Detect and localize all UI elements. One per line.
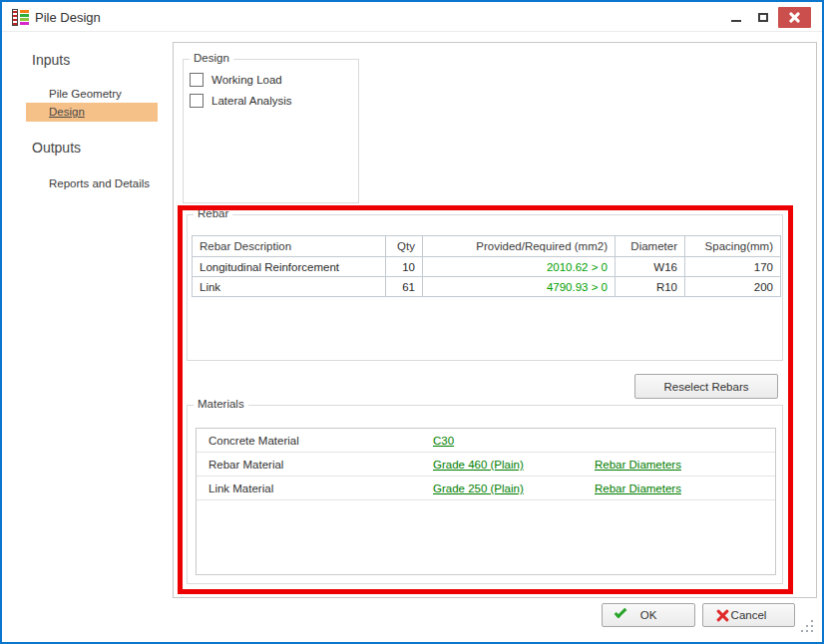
rebar-table[interactable]: Rebar Description Qty Provided/Required … xyxy=(192,235,781,297)
cell-provided: 2010.62 > 0 xyxy=(423,257,616,277)
cell-description: Longitudinal Reinforcement xyxy=(193,257,386,277)
resize-grip[interactable] xyxy=(798,617,816,635)
rebar-table-header-row: Rebar Description Qty Provided/Required … xyxy=(193,236,781,257)
icon-bar-lime xyxy=(20,18,29,21)
working-load-checkbox[interactable] xyxy=(190,73,204,87)
reselect-rebars-button[interactable]: Reselect Rebars xyxy=(634,374,778,399)
lateral-analysis-checkbox[interactable] xyxy=(190,94,204,108)
maximize-icon xyxy=(758,13,768,22)
concrete-material-link[interactable]: C30 xyxy=(433,435,454,447)
rebar-material-label: Rebar Material xyxy=(208,459,283,471)
col-provided-required: Provided/Required (mm2) xyxy=(423,236,616,257)
red-x-icon xyxy=(715,608,730,623)
maximize-button[interactable] xyxy=(751,7,775,27)
materials-list-panel: Concrete Material C30 Rebar Material Gra… xyxy=(196,428,776,575)
title-bar: Pile Design xyxy=(2,2,822,32)
ok-button[interactable]: OK xyxy=(602,603,695,627)
col-rebar-description: Rebar Description xyxy=(193,236,386,257)
col-qty: Qty xyxy=(386,236,423,257)
icon-bar-orange xyxy=(20,10,29,13)
close-button[interactable] xyxy=(778,7,811,28)
working-load-checkbox-row[interactable]: Working Load xyxy=(190,73,282,87)
cancel-button[interactable]: Cancel xyxy=(702,603,795,627)
link-material-link[interactable]: Grade 250 (Plain) xyxy=(433,483,524,494)
materials-groupbox: Materials Concrete Material C30 Rebar Ma… xyxy=(187,405,783,584)
cell-diameter: R10 xyxy=(616,277,685,297)
col-spacing: Spacing(mm) xyxy=(685,236,781,257)
pile-icon xyxy=(12,9,18,26)
list-item: Rebar Material Grade 460 (Plain) Rebar D… xyxy=(197,453,775,477)
sidebar-item-design[interactable]: Design xyxy=(26,103,158,122)
cell-description: Link xyxy=(193,277,386,297)
sidebar-heading-outputs: Outputs xyxy=(32,140,81,156)
rebar-diameters-link[interactable]: Rebar Diameters xyxy=(595,459,681,471)
materials-groupbox-label: Materials xyxy=(194,398,248,410)
rebar-groupbox: Rebar Rebar Description Qty Provided/Req… xyxy=(187,214,783,361)
sidebar-item-reports-and-details[interactable]: Reports and Details xyxy=(49,177,150,189)
pile-design-app-icon xyxy=(12,9,29,26)
icon-bar-magenta xyxy=(20,22,29,25)
design-groupbox: Design Working Load Lateral Analysis xyxy=(183,59,359,203)
cell-provided: 4790.93 > 0 xyxy=(423,277,616,297)
design-groupbox-label: Design xyxy=(190,52,233,64)
link-material-label: Link Material xyxy=(208,483,273,494)
working-load-label: Working Load xyxy=(211,74,282,86)
cell-qty: 61 xyxy=(386,277,423,297)
minimize-button[interactable] xyxy=(724,7,748,27)
link-rebar-diameters-link[interactable]: Rebar Diameters xyxy=(595,483,681,494)
cell-spacing: 170 xyxy=(685,257,781,277)
ok-button-label: OK xyxy=(640,609,657,621)
cancel-button-label: Cancel xyxy=(731,609,767,621)
lateral-analysis-label: Lateral Analysis xyxy=(211,95,292,107)
icon-bar-green xyxy=(20,14,29,17)
minimize-icon xyxy=(731,20,741,22)
col-diameter: Diameter xyxy=(616,236,685,257)
sidebar-heading-inputs: Inputs xyxy=(32,52,70,68)
list-item: Concrete Material C30 xyxy=(197,429,775,453)
concrete-material-label: Concrete Material xyxy=(208,435,299,447)
window-title: Pile Design xyxy=(35,10,101,25)
check-icon xyxy=(615,606,627,619)
table-row[interactable]: Longitudinal Reinforcement 10 2010.62 > … xyxy=(193,257,781,277)
table-row[interactable]: Link 61 4790.93 > 0 R10 200 xyxy=(193,277,781,297)
cell-diameter: W16 xyxy=(616,257,685,277)
cell-spacing: 200 xyxy=(685,277,781,297)
pile-design-window: Pile Design Inputs Pile Geometry Design … xyxy=(0,0,824,644)
cell-qty: 10 xyxy=(386,257,423,277)
rebar-groupbox-label: Rebar xyxy=(194,207,232,219)
rebar-material-link[interactable]: Grade 460 (Plain) xyxy=(433,459,524,471)
lateral-analysis-checkbox-row[interactable]: Lateral Analysis xyxy=(190,94,292,108)
list-item: Link Material Grade 250 (Plain) Rebar Di… xyxy=(197,477,775,500)
sidebar-item-pile-geometry[interactable]: Pile Geometry xyxy=(49,88,122,100)
